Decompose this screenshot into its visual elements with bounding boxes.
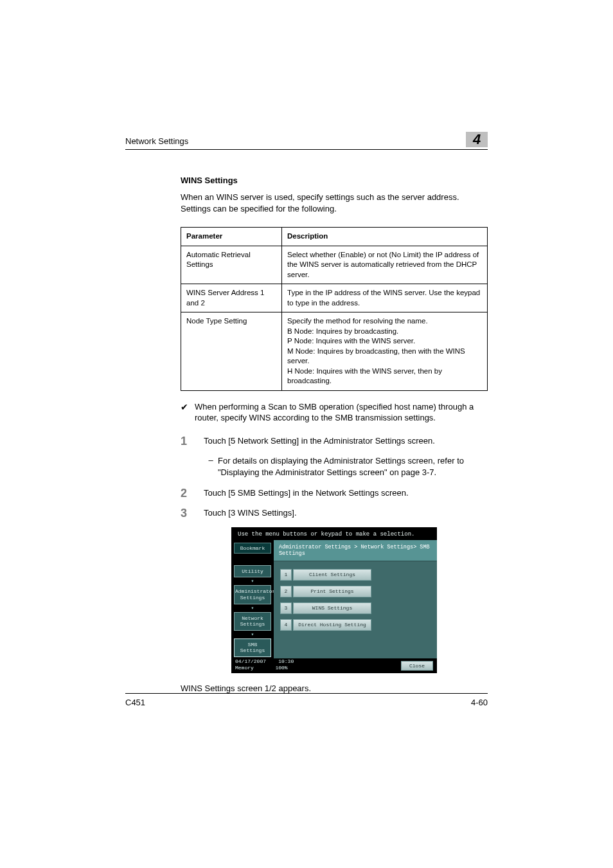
menu-item-print[interactable]: 2 Print Settings xyxy=(280,586,431,597)
menu-label: Print Settings xyxy=(293,586,371,597)
section-intro: When an WINS server is used, specify set… xyxy=(181,192,488,214)
step-text: Touch [5 SMB Settings] in the Network Se… xyxy=(204,487,409,500)
step: 2 Touch [5 SMB Settings] in the Network … xyxy=(181,487,488,500)
menu-label: WINS Settings xyxy=(293,602,371,614)
after-screenshot-text: WINS Settings screen 1/2 appears. xyxy=(181,683,488,693)
breadcrumb: Administrator Settings > Network Setting… xyxy=(274,540,437,561)
substep: – For details on displaying the Administ… xyxy=(181,455,488,478)
substep-text: For details on displaying the Administra… xyxy=(218,455,488,478)
device-screenshot: Use the menu buttons or keypad to make a… xyxy=(231,527,437,673)
dash-icon: – xyxy=(204,455,218,478)
bookmark-button[interactable]: Bookmark xyxy=(234,543,271,554)
ss-footer: 04/17/2007 10:30 Memory 100% Close xyxy=(231,658,437,673)
step: 3 Touch [3 WINS Settings]. xyxy=(181,507,488,520)
header-section-title: Network Settings xyxy=(125,136,188,147)
ss-mem-label: Memory xyxy=(235,665,254,671)
menu-number: 3 xyxy=(280,602,292,614)
note-line: ✔ When performing a Scan to SMB operatio… xyxy=(181,401,488,424)
footer-right: 4-60 xyxy=(471,698,488,707)
step-text: Touch [3 WINS Settings]. xyxy=(204,507,297,520)
table-row: Node Type Setting Specify the method for… xyxy=(181,312,488,391)
td-param: Node Type Setting xyxy=(181,312,282,391)
menu-number: 4 xyxy=(280,619,292,631)
menu-number: 1 xyxy=(280,569,292,581)
sidebar-item-network[interactable]: Network Settings xyxy=(234,612,271,631)
page-header: Network Settings 4 xyxy=(125,132,488,150)
chevron-down-icon: ▾ xyxy=(234,579,271,584)
checkmark-icon: ✔ xyxy=(181,401,195,413)
td-param: Automatic Retrieval Settings xyxy=(181,246,282,284)
td-desc: Type in the IP address of the WINS serve… xyxy=(282,284,488,312)
td-param: WINS Server Address 1 and 2 xyxy=(181,284,282,312)
ss-topbar: Use the menu buttons or keypad to make a… xyxy=(231,527,437,540)
menu-label: Direct Hosting Setting xyxy=(293,619,371,631)
step-number: 3 xyxy=(181,507,204,519)
chevron-down-icon: ▾ xyxy=(234,632,271,637)
th-parameter: Parameter xyxy=(181,228,282,246)
table-row: Automatic Retrieval Settings Select whet… xyxy=(181,246,488,284)
table-row: WINS Server Address 1 and 2 Type in the … xyxy=(181,284,488,312)
step-text: Touch [5 Network Setting] in the Adminis… xyxy=(204,435,435,448)
sidebar-item-admin[interactable]: Administrator Settings xyxy=(234,585,271,604)
ss-main: Administrator Settings > Network Setting… xyxy=(274,540,437,658)
td-desc: Specify the method for resolving the nam… xyxy=(282,312,488,391)
menu-number: 2 xyxy=(280,586,292,597)
page-footer: C451 4-60 xyxy=(125,693,488,707)
step-number: 2 xyxy=(181,487,204,499)
note-text: When performing a Scan to SMB operation … xyxy=(195,401,488,424)
sidebar-item-smb[interactable]: SMB Settings xyxy=(234,638,271,657)
parameter-table: Parameter Description Automatic Retrieva… xyxy=(181,227,488,391)
section-heading: WINS Settings xyxy=(181,176,488,185)
menu-item-direct-hosting[interactable]: 4 Direct Hosting Setting xyxy=(280,619,431,631)
ss-time: 10:30 xyxy=(278,658,294,664)
ss-status: 04/17/2007 10:30 Memory 100% xyxy=(235,658,401,671)
step-number: 1 xyxy=(181,435,204,447)
ss-mem-val: 100% xyxy=(275,665,287,671)
footer-left: C451 xyxy=(125,698,145,707)
step: 1 Touch [5 Network Setting] in the Admin… xyxy=(181,435,488,448)
menu-label: Client Settings xyxy=(293,569,371,581)
chapter-number: 4 xyxy=(466,132,488,147)
menu-item-wins[interactable]: 3 WINS Settings xyxy=(280,602,431,614)
td-desc: Select whether (Enable) or not (No Limit… xyxy=(282,246,488,284)
ss-sidebar: Bookmark Utility ▾ Administrator Setting… xyxy=(231,540,274,658)
chevron-down-icon: ▾ xyxy=(234,606,271,611)
close-button[interactable]: Close xyxy=(401,661,433,671)
sidebar-item-utility[interactable]: Utility xyxy=(234,565,271,578)
ss-date: 04/17/2007 xyxy=(235,658,266,664)
th-description: Description xyxy=(282,228,488,246)
menu-item-client[interactable]: 1 Client Settings xyxy=(280,569,431,581)
